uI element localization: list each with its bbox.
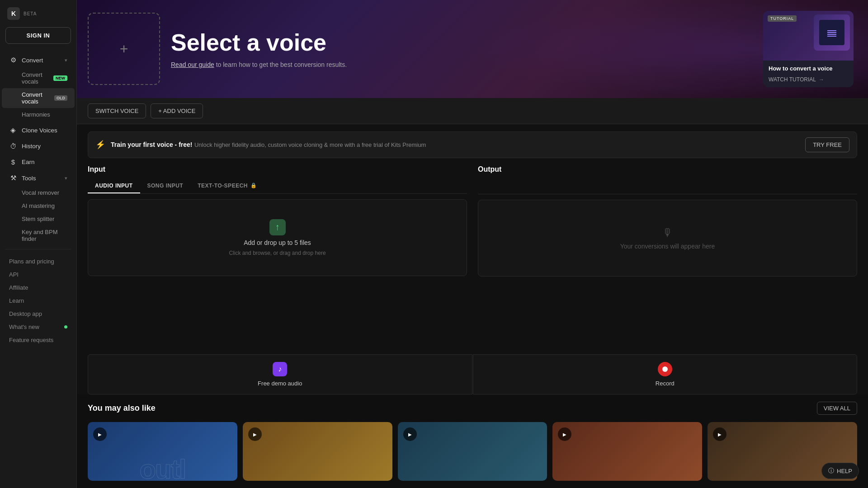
logo-icon: K <box>7 7 20 20</box>
beta-badge: BETA <box>24 11 37 16</box>
input-section: Input AUDIO INPUT SONG INPUT TEXT-TO-SPE… <box>88 165 467 349</box>
lightning-icon: ⚡ <box>95 140 105 150</box>
tutorial-preview-image <box>814 14 850 51</box>
play-icon: ▶ <box>558 427 571 441</box>
whats-new-dot <box>64 325 67 328</box>
sidebar-link-feature-requests[interactable]: Feature requests <box>2 333 75 347</box>
rec-card-2[interactable]: ▶ <box>243 422 392 481</box>
play-icon: ▶ <box>93 427 107 441</box>
record-label: Record <box>656 380 675 387</box>
tools-icon: ⚒ <box>9 174 17 182</box>
io-section: Input AUDIO INPUT SONG INPUT TEXT-TO-SPE… <box>77 165 868 349</box>
output-placeholder-text: Your conversions will appear here <box>620 243 715 250</box>
promo-banner: ⚡ Train your first voice - free! Unlock … <box>88 131 857 158</box>
hero-section: + Select a voice Read our guide to learn… <box>77 0 868 98</box>
tutorial-thumbnail: TUTORIAL <box>763 11 854 61</box>
switch-voice-button[interactable]: SWITCH VOICE <box>88 103 146 118</box>
divider <box>5 249 71 249</box>
record-icon <box>658 362 672 376</box>
demo-label: Free demo audio <box>258 380 302 387</box>
play-icon: ▶ <box>403 427 417 441</box>
free-demo-audio-button[interactable]: ♪ Free demo audio <box>88 354 472 394</box>
tutorial-screen <box>819 20 844 45</box>
sidebar-item-convert[interactable]: ⚙ Convert ▾ <box>2 52 75 68</box>
sidebar-bottom-links: Plans and pricing API Affiliate Learn De… <box>0 253 76 348</box>
try-free-button[interactable]: TRY FREE <box>805 137 849 152</box>
sidebar-link-whats-new[interactable]: What's new <box>2 320 75 333</box>
sidebar: K BETA SIGN IN ⚙ Convert ▾ Convert vocal… <box>0 0 77 488</box>
convert-section: ⚙ Convert ▾ Convert vocals NEW Convert v… <box>0 51 76 122</box>
logo-container: K BETA <box>0 7 76 27</box>
sidebar-item-earn[interactable]: $ Earn <box>2 154 75 170</box>
promo-text: Train your first voice - free! Unlock hi… <box>111 141 426 149</box>
recommendations-cards: ▶ outl ▶ ▶ ▶ ▶ <box>88 422 857 481</box>
outline-text: outl <box>88 454 237 481</box>
voice-action-bar: SWITCH VOICE + ADD VOICE <box>77 98 868 124</box>
upload-main-text: Add or drop up to 5 files <box>244 239 311 246</box>
arrow-right-icon: → <box>819 76 824 83</box>
output-area: 🎙 Your conversions will appear here <box>478 200 857 277</box>
output-section: Output 🎙 Your conversions will appear he… <box>478 165 857 349</box>
chevron-down-icon: ▾ <box>65 57 67 63</box>
upload-icon: ↑ <box>269 219 286 235</box>
earn-icon: $ <box>9 158 17 166</box>
tab-song-input[interactable]: SONG INPUT <box>140 179 191 193</box>
sign-in-button[interactable]: SIGN IN <box>5 27 71 44</box>
output-title: Output <box>478 165 857 174</box>
sidebar-item-key-bpm[interactable]: Key and BPM finder <box>2 225 75 245</box>
add-voice-button[interactable]: + ADD VOICE <box>151 103 203 118</box>
help-button[interactable]: ⓘ HELP <box>821 463 859 479</box>
convert-icon: ⚙ <box>9 56 17 64</box>
lock-icon: 🔒 <box>250 183 257 188</box>
tutorial-info: How to convert a voice WATCH TUTORIAL → <box>763 61 854 87</box>
demo-record-row: ♪ Free demo audio Record <box>88 354 857 394</box>
rec-card-3[interactable]: ▶ <box>398 422 547 481</box>
play-icon: ▶ <box>713 427 726 441</box>
hero-subtitle: Read our guide to learn how to get the b… <box>171 61 752 68</box>
sidebar-link-plans[interactable]: Plans and pricing <box>2 255 75 268</box>
sidebar-item-tools[interactable]: ⚒ Tools ▾ <box>2 170 75 186</box>
hero-text: Select a voice Read our guide to learn h… <box>171 30 752 68</box>
main-content: + Select a voice Read our guide to learn… <box>77 0 868 488</box>
input-title: Input <box>88 165 467 174</box>
history-icon: ⏱ <box>9 142 17 150</box>
record-button[interactable]: Record <box>473 354 858 394</box>
sidebar-link-api[interactable]: API <box>2 268 75 281</box>
sidebar-link-affiliate[interactable]: Affiliate <box>2 281 75 294</box>
view-all-button[interactable]: VIEW ALL <box>817 402 857 415</box>
sidebar-item-convert-vocals-new[interactable]: Convert vocals NEW <box>2 68 75 88</box>
recommendations-section: You may also like VIEW ALL ▶ outl ▶ ▶ ▶ … <box>77 394 868 488</box>
chevron-down-icon: ▾ <box>65 175 67 181</box>
rec-card-4[interactable]: ▶ <box>552 422 702 481</box>
demo-icon: ♪ <box>273 362 287 376</box>
sidebar-item-ai-mastering[interactable]: AI mastering <box>2 199 75 212</box>
help-icon: ⓘ <box>828 467 834 475</box>
tutorial-card[interactable]: TUTORIAL How to convert a voice WATCH TU… <box>763 11 854 87</box>
upload-dropzone[interactable]: ↑ Add or drop up to 5 files Click and br… <box>88 199 467 276</box>
sidebar-link-learn[interactable]: Learn <box>2 294 75 307</box>
sidebar-item-history[interactable]: ⏱ History <box>2 138 75 154</box>
tutorial-watch-link[interactable]: WATCH TUTORIAL → <box>769 76 848 83</box>
upload-sub-text: Click and browse, or drag and drop here <box>229 250 326 256</box>
sidebar-item-vocal-remover[interactable]: Vocal remover <box>2 186 75 199</box>
tab-audio-input[interactable]: AUDIO INPUT <box>88 179 140 193</box>
sidebar-item-stem-splitter[interactable]: Stem splitter <box>2 212 75 225</box>
tab-text-to-speech[interactable]: TEXT-TO-SPEECH 🔒 <box>190 179 264 193</box>
play-icon: ▶ <box>248 427 262 441</box>
sidebar-item-harmonies[interactable]: Harmonies <box>2 108 75 121</box>
microphone-icon: 🎙 <box>662 226 673 239</box>
hero-title: Select a voice <box>171 30 752 56</box>
voice-placeholder[interactable]: + <box>88 13 160 85</box>
rec-title: You may also like <box>88 404 156 413</box>
tutorial-title: How to convert a voice <box>769 65 848 73</box>
guide-link[interactable]: Read our guide <box>171 61 214 68</box>
rec-card-1[interactable]: ▶ outl <box>88 422 237 481</box>
clone-voices-icon: ◈ <box>9 126 17 134</box>
sidebar-item-convert-vocals-old[interactable]: Convert vocals OLD <box>2 88 75 108</box>
rec-header: You may also like VIEW ALL <box>88 402 857 415</box>
sidebar-link-desktop[interactable]: Desktop app <box>2 307 75 320</box>
input-tabs: AUDIO INPUT SONG INPUT TEXT-TO-SPEECH 🔒 <box>88 179 467 194</box>
sidebar-item-clone-voices[interactable]: ◈ Clone Voices <box>2 122 75 138</box>
